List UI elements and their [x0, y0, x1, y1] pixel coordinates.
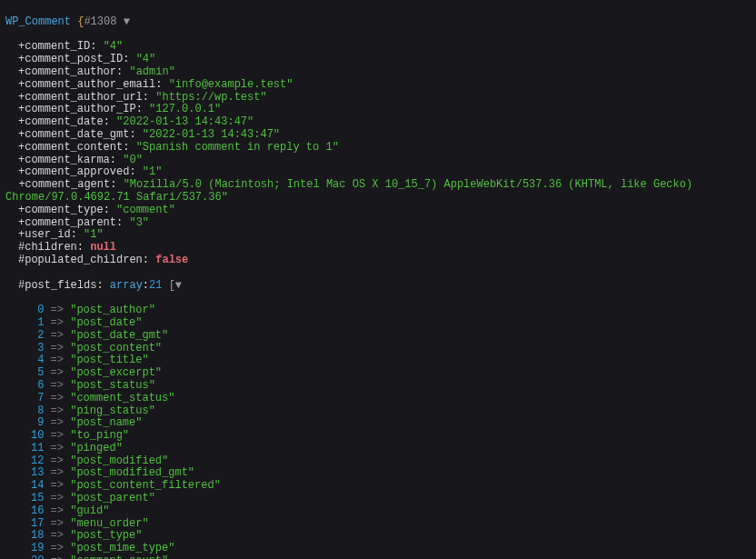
toggle-icon[interactable]: ▼	[124, 15, 130, 28]
array-value: "post_status"	[70, 379, 155, 392]
property-name: comment_author	[25, 65, 116, 78]
arrow-icon: =>	[51, 429, 64, 442]
array-value: "post_type"	[70, 529, 142, 542]
array-index: 2	[31, 329, 44, 342]
array-item: 15 => "post_parent"	[5, 493, 751, 505]
property-row: +comment_parent: "3"	[5, 217, 751, 230]
array-value: "comment_status"	[70, 392, 174, 404]
property-row: +comment_karma: "0"	[5, 155, 751, 167]
arrow-icon: =>	[51, 379, 64, 392]
property-value: "4"	[104, 40, 124, 53]
property-name: comment_date_gmt	[25, 128, 129, 141]
array-item: 18 => "post_type"	[5, 530, 751, 543]
property-row: +comment_post_ID: "4"	[5, 54, 751, 66]
property-row: +comment_author_IP: "127.0.0.1"	[5, 104, 751, 116]
array-index: 18	[31, 529, 44, 542]
class-name: WP_Comment	[5, 15, 71, 28]
array-index: 8	[31, 404, 44, 417]
object-id: #1308	[84, 15, 116, 28]
array-index: 19	[31, 542, 44, 554]
property-value: "Spanish comment in reply to 1"	[136, 141, 339, 154]
array-item: 10 => "to_ping"	[5, 430, 751, 443]
array-value: "post_content_filtered"	[70, 479, 221, 492]
property-value: "4"	[136, 53, 156, 65]
arrow-icon: =>	[51, 504, 64, 517]
vis-marker: +	[18, 178, 25, 191]
arrow-icon: =>	[51, 479, 64, 492]
property-value: null	[90, 241, 116, 254]
property-name: comment_author_email	[25, 78, 155, 91]
arrow-icon: =>	[51, 442, 64, 454]
property-row: +comment_date: "2022-01-13 14:43:47"	[5, 116, 751, 129]
property-value: "0"	[123, 154, 143, 166]
property-row: +comment_author_email: "info@example.tes…	[5, 79, 751, 92]
property-row: #children: null	[5, 242, 751, 255]
array-item: 3 => "post_content"	[5, 343, 751, 355]
array-label: array	[110, 279, 143, 292]
property-value: "info@example.test"	[169, 78, 293, 91]
post-fields-header[interactable]: #post_fields: array:21 [▼	[5, 280, 751, 293]
array-item: 9 => "post_name"	[5, 417, 751, 430]
property-row: +comment_type: "comment"	[5, 205, 751, 217]
array-value: "ping_status"	[70, 404, 155, 417]
array-value: "post_modified_gmt"	[70, 466, 194, 479]
arrow-icon: =>	[51, 554, 64, 559]
array-index: 14	[31, 479, 44, 492]
array-item: 6 => "post_status"	[5, 380, 751, 393]
property-value: "1"	[84, 228, 104, 241]
array-value: "post_content"	[70, 342, 162, 354]
property-name: comment_ID	[25, 40, 90, 53]
property-row: +comment_agent: "Mozilla/5.0 (Macintosh;…	[5, 179, 751, 205]
arrow-icon: =>	[51, 342, 64, 354]
arrow-icon: =>	[51, 454, 64, 467]
dump-header[interactable]: WP_Comment {#1308 ▼	[5, 16, 751, 29]
arrow-icon: =>	[51, 542, 64, 554]
property-value: "https://wp.test"	[155, 91, 266, 104]
array-index: 1	[31, 316, 44, 329]
array-item: 11 => "pinged"	[5, 443, 751, 455]
arrow-icon: =>	[51, 529, 64, 542]
property-name: populated_children	[25, 254, 143, 266]
array-index: 4	[31, 354, 44, 366]
property-value: "comment"	[116, 204, 175, 216]
property-name: comment_author_IP	[25, 103, 135, 115]
property-name: comment_agent	[25, 178, 111, 191]
array-item: 7 => "comment_status"	[5, 393, 751, 405]
array-value: "post_name"	[70, 416, 142, 429]
array-value: "post_date"	[70, 316, 142, 329]
property-value: "1"	[143, 165, 163, 178]
array-value: "comment_count"	[70, 554, 168, 559]
array-item: 4 => "post_title"	[5, 354, 751, 367]
property-row: +comment_content: "Spanish comment in re…	[5, 142, 751, 155]
property-row: +comment_approved: "1"	[5, 166, 751, 179]
property-name: comment_post_ID	[25, 53, 123, 65]
arrow-icon: =>	[51, 366, 64, 379]
property-name: comment_parent	[25, 216, 116, 229]
array-item: 0 => "post_author"	[5, 304, 751, 317]
arrow-icon: =>	[51, 304, 64, 316]
array-count: 21	[149, 279, 162, 292]
array-item: 2 => "post_date_gmt"	[5, 330, 751, 343]
array-item: 20 => "comment_count"	[5, 555, 751, 559]
arrow-icon: =>	[51, 392, 64, 404]
array-value: "post_mime_type"	[70, 542, 174, 554]
array-index: 17	[31, 517, 44, 530]
toggle-icon[interactable]: ▼	[175, 279, 182, 292]
arrow-icon: =>	[51, 404, 64, 417]
array-value: "post_excerpt"	[70, 366, 162, 379]
array-index: 10	[31, 429, 44, 442]
array-index: 12	[31, 454, 44, 467]
array-index: 7	[31, 392, 44, 404]
array-index: 11	[31, 442, 44, 454]
var-dump-output: WP_Comment {#1308 ▼ +comment_ID: "4"+com…	[0, 0, 756, 559]
property-value: "2022-01-13 14:43:47"	[116, 115, 254, 128]
array-item: 12 => "post_modified"	[5, 455, 751, 468]
array-item: 14 => "post_content_filtered"	[5, 480, 751, 493]
array-item: 17 => "menu_order"	[5, 518, 751, 531]
array-index: 0	[31, 304, 44, 316]
array-item: 16 => "guid"	[5, 505, 751, 518]
arrow-icon: =>	[51, 316, 64, 329]
array-value: "to_ping"	[70, 429, 129, 442]
arrow-icon: =>	[51, 492, 64, 504]
property-value: "2022-01-13 14:43:47"	[143, 128, 280, 141]
